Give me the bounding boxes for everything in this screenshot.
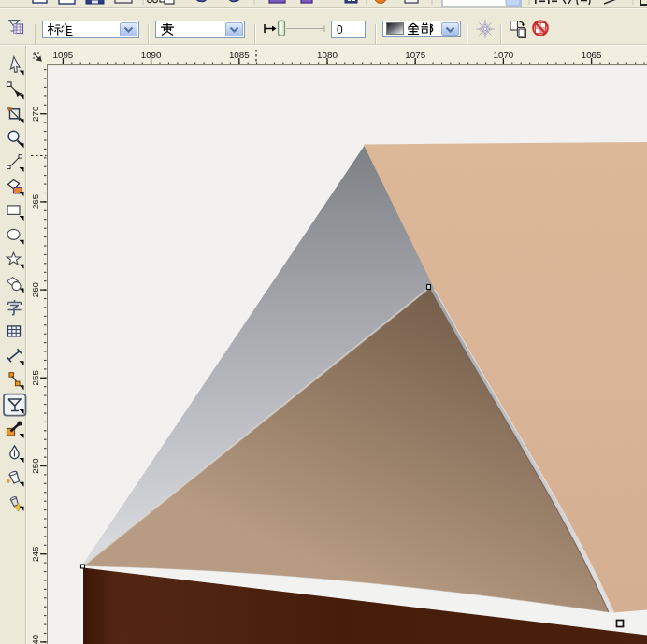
svg-text:250: 250: [30, 458, 40, 474]
svg-text:1075: 1075: [405, 50, 425, 60]
svg-text:270: 270: [30, 106, 40, 122]
svg-text:1070: 1070: [494, 50, 514, 60]
svg-text:1080: 1080: [317, 50, 338, 60]
svg-text:260: 260: [30, 281, 40, 297]
svg-text:255: 255: [30, 370, 40, 386]
svg-text:1065: 1065: [582, 50, 602, 60]
svg-text:1095: 1095: [53, 50, 74, 60]
svg-text:240: 240: [30, 634, 40, 644]
svg-text:265: 265: [30, 193, 40, 209]
svg-text:1090: 1090: [141, 50, 162, 60]
svg-text:1085: 1085: [229, 50, 250, 60]
svg-text:245: 245: [30, 546, 40, 562]
